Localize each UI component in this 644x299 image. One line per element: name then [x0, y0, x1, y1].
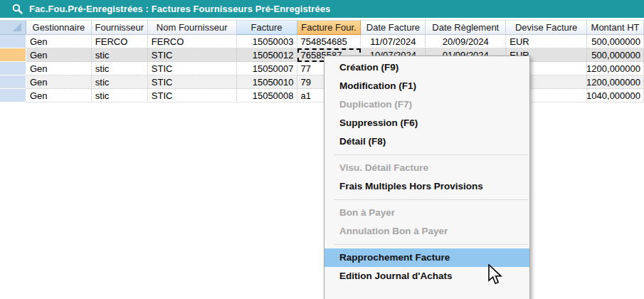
cell-gestionnaire[interactable]: Gen	[26, 75, 92, 89]
menu-separator	[334, 199, 528, 200]
mouse-cursor	[487, 264, 505, 287]
column-header-facture[interactable]: Facture	[237, 20, 297, 35]
row-selector[interactable]	[0, 89, 26, 103]
row-selector[interactable]	[0, 75, 26, 89]
menu-item-annulation-bon-a-payer: Annulation Bon à Payer	[324, 222, 529, 241]
column-header-fournisseur[interactable]: Fournisseur	[92, 20, 148, 35]
cell-nom-fournisseur[interactable]: FERCO	[148, 35, 237, 48]
corner-triangle-icon	[13, 23, 21, 31]
cell-date-facture[interactable]: 11/07/2024	[361, 35, 426, 48]
menu-item-visu-detail-facture: Visu. Détail Facture	[324, 159, 529, 177]
cell-montant-ht[interactable]: 1040,000000	[587, 89, 644, 103]
cell-facture[interactable]: 15050003	[237, 35, 297, 48]
cell-nom-fournisseur[interactable]: STIC	[148, 89, 237, 103]
cell-fournisseur[interactable]: FERCO	[92, 35, 148, 48]
column-header-nom-fournisseur[interactable]: Nom Fournisseur	[148, 20, 237, 35]
cell-devise-facture[interactable]: EUR	[506, 35, 587, 48]
cell-facture[interactable]: 15050008	[237, 89, 297, 103]
row-selector[interactable]	[0, 35, 26, 48]
table-body: GenFERCOFERCO1505000375485468511/07/2024…	[0, 35, 644, 103]
select-all-corner[interactable]	[0, 20, 26, 35]
cell-nom-fournisseur[interactable]: STIC	[148, 48, 237, 62]
cell-facture[interactable]: 15050007	[237, 62, 297, 75]
cell-nom-fournisseur[interactable]: STIC	[148, 62, 237, 75]
cell-montant-ht[interactable]: 500,000000	[587, 35, 644, 48]
table-row: GensticSTIC150500127658558710/07/202401/…	[0, 48, 644, 62]
menu-separator	[334, 154, 528, 155]
menu-item-frais-multiples-hors-provisions[interactable]: Frais Multiples Hors Provisions	[324, 177, 529, 196]
cell-gestionnaire[interactable]: Gen	[26, 62, 92, 75]
cell-facture[interactable]: 15050010	[237, 75, 297, 89]
context-menu: Création (F9)Modification (F1)Duplicatio…	[324, 56, 530, 299]
invoice-table: GestionnaireFournisseurNom FournisseurFa…	[0, 20, 644, 103]
cell-montant-ht[interactable]: 1200,000000	[587, 75, 644, 89]
column-header-date-facture[interactable]: Date Facture	[361, 20, 426, 35]
table-row: GensticSTIC15050007771200,000000	[0, 62, 644, 75]
column-header-montant-ht[interactable]: Montant HT	[587, 20, 644, 35]
menu-item-modification-f1[interactable]: Modification (F1)	[324, 77, 529, 95]
row-selector-current[interactable]	[0, 48, 26, 62]
menu-separator	[334, 244, 528, 245]
cell-facture-four[interactable]: 754854685	[297, 35, 361, 48]
cell-fournisseur[interactable]: stic	[92, 48, 148, 62]
column-header-devise-facture[interactable]: Devise Facture	[506, 20, 587, 35]
app-window: Fac.Fou.Pré-Enregistrées : Factures Four…	[0, 0, 644, 299]
cell-fournisseur[interactable]: stic	[92, 89, 148, 103]
menu-item-detail-f8[interactable]: Détail (F8)	[324, 132, 529, 151]
column-header-gestionnaire[interactable]: Gestionnaire	[26, 20, 92, 35]
menu-item-creation-f9[interactable]: Création (F9)	[324, 58, 529, 77]
search-icon[interactable]	[12, 4, 23, 14]
row-selector[interactable]	[0, 62, 26, 75]
column-header-facture-four[interactable]: Facture Four.	[297, 20, 361, 35]
cell-gestionnaire[interactable]: Gen	[26, 48, 92, 62]
table-header-row: GestionnaireFournisseurNom FournisseurFa…	[0, 20, 644, 35]
cell-gestionnaire[interactable]: Gen	[26, 35, 92, 48]
cell-date-reglement[interactable]: 20/09/2024	[426, 35, 506, 48]
cell-montant-ht[interactable]: 500,000000	[587, 48, 644, 62]
cell-nom-fournisseur[interactable]: STIC	[148, 75, 237, 89]
table-row: GensticSTIC15050008a11040,000000	[0, 89, 644, 103]
column-header-date-reglement[interactable]: Date Règlement	[426, 20, 506, 35]
cell-fournisseur[interactable]: stic	[92, 62, 148, 75]
menu-item-duplication-f7: Duplication (F7)	[324, 95, 529, 114]
cell-fournisseur[interactable]: stic	[92, 75, 148, 89]
cell-facture[interactable]: 15050012	[237, 48, 297, 62]
cell-gestionnaire[interactable]: Gen	[26, 89, 92, 103]
table-row: GenFERCOFERCO1505000375485468511/07/2024…	[0, 35, 644, 48]
menu-item-suppression-f6[interactable]: Suppression (F6)	[324, 114, 529, 132]
menu-item-bon-a-payer: Bon à Payer	[324, 204, 529, 222]
page-title: Fac.Fou.Pré-Enregistrées : Factures Four…	[29, 4, 330, 14]
window-titlebar: Fac.Fou.Pré-Enregistrées : Factures Four…	[0, 0, 644, 18]
table-row: GensticSTIC15050010791200,000000	[0, 75, 644, 89]
cell-montant-ht[interactable]: 1200,000000	[587, 62, 644, 75]
